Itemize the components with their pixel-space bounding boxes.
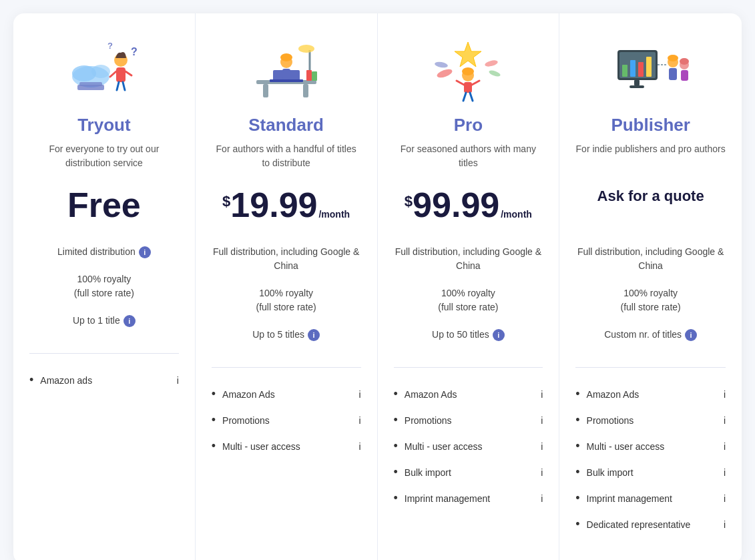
feature-line: Limited distributioni (29, 238, 179, 266)
svg-rect-19 (312, 71, 317, 81)
feature-label: Amazon Ads (587, 389, 724, 400)
svg-line-7 (110, 71, 116, 77)
info-icon[interactable]: i (541, 441, 543, 452)
list-item: Bulk importi (575, 459, 726, 485)
info-icon[interactable]: i (541, 467, 543, 478)
feature-line: 100% royalty (full store rate) (575, 280, 726, 321)
info-icon[interactable]: i (139, 246, 151, 258)
info-icon[interactable]: i (724, 389, 726, 400)
plan-col-standard: StandardFor authors with a handful of ti… (196, 13, 378, 560)
svg-line-35 (472, 81, 479, 85)
info-icon[interactable]: i (177, 375, 179, 386)
feature-label: Imprint management (405, 493, 541, 504)
plan-price-publisher: Ask for a quote (597, 188, 704, 224)
info-icon[interactable]: i (685, 329, 697, 341)
list-item: Multi - user accessi (394, 433, 543, 459)
list-item: Promotionsi (575, 407, 726, 433)
svg-rect-45 (634, 80, 640, 85)
svg-rect-41 (622, 65, 627, 77)
feature-label: Multi - user access (405, 441, 541, 452)
info-icon[interactable]: i (358, 415, 360, 426)
list-item: Promotionsi (394, 407, 543, 433)
feature-label: Bulk import (587, 467, 724, 478)
info-icon[interactable]: i (541, 493, 543, 504)
svg-rect-42 (630, 60, 636, 77)
feature-label: Promotions (587, 415, 724, 426)
info-icon[interactable]: i (541, 389, 543, 400)
svg-rect-46 (630, 85, 644, 88)
plan-name-standard: Standard (248, 115, 324, 135)
feature-line: Up to 50 titlesi (394, 321, 543, 348)
feature-line: Custom nr. of titlesi (575, 321, 726, 348)
svg-rect-4 (79, 82, 102, 86)
svg-point-52 (680, 58, 689, 65)
plan-desc-publisher: For indie publishers and pro authors (576, 142, 726, 173)
section-divider (29, 353, 179, 354)
info-icon[interactable]: i (493, 329, 505, 341)
features-list-pro: Amazon AdsiPromotionsiMulti - user acces… (394, 381, 543, 511)
plan-col-pro: ProFor seasoned authors with many titles… (378, 13, 560, 560)
features-list-tryout: Amazon adsi (29, 367, 179, 393)
info-icon[interactable]: i (724, 441, 726, 452)
illustration-tryout: ? ? (61, 33, 148, 107)
list-item: Amazon Adsi (394, 381, 543, 407)
plan-col-tryout: ? ? TryoutFor everyone to try out our di… (13, 13, 196, 560)
feature-line: 100% royalty (full store rate) (394, 280, 543, 321)
svg-rect-33 (464, 82, 472, 93)
svg-point-31 (489, 69, 501, 78)
svg-rect-15 (303, 84, 308, 97)
section-divider (212, 367, 361, 368)
svg-line-34 (457, 81, 464, 85)
price-period: /month (501, 209, 532, 220)
list-item: Multi - user accessi (575, 433, 726, 459)
svg-line-37 (470, 93, 473, 101)
info-icon[interactable]: i (358, 441, 360, 452)
features-top-tryout: Limited distributioni100% royalty (full … (29, 238, 179, 334)
list-item: Imprint managementi (394, 485, 543, 511)
info-icon[interactable]: i (724, 493, 726, 504)
features-top-standard: Full distribution, including Google & Ch… (212, 238, 361, 348)
svg-rect-14 (263, 84, 268, 97)
feature-line: Full distribution, including Google & Ch… (212, 238, 361, 280)
price-amount: 99.99 (413, 188, 499, 222)
svg-point-49 (668, 55, 678, 61)
svg-point-24 (280, 53, 292, 61)
svg-rect-43 (638, 62, 644, 77)
list-item: Bulk importi (394, 459, 543, 485)
svg-rect-18 (306, 70, 312, 81)
feature-label: Amazon Ads (405, 389, 541, 400)
svg-rect-44 (646, 57, 652, 77)
feature-line: 100% royalty (full store rate) (212, 280, 361, 321)
svg-line-8 (125, 71, 132, 75)
info-icon[interactable]: i (308, 329, 320, 341)
pricing-grid: ? ? TryoutFor everyone to try out our di… (13, 13, 742, 560)
list-item: Amazon adsi (29, 367, 179, 393)
svg-point-29 (435, 61, 449, 68)
info-icon[interactable]: i (358, 389, 360, 400)
price-free-label: Free (67, 188, 141, 222)
list-item: Promotionsi (212, 407, 361, 433)
svg-point-21 (298, 45, 314, 53)
svg-rect-48 (669, 68, 677, 80)
price-period: /month (318, 209, 350, 220)
svg-marker-27 (455, 42, 481, 67)
info-icon[interactable]: i (724, 415, 726, 426)
svg-line-36 (463, 93, 466, 101)
illustration-publisher (607, 33, 694, 107)
plan-name-pro: Pro (454, 115, 483, 135)
info-icon[interactable]: i (724, 519, 726, 530)
plan-col-publisher: PublisherFor indie publishers and pro au… (559, 13, 742, 560)
info-icon[interactable]: i (724, 467, 726, 478)
svg-text:?: ? (131, 46, 138, 57)
plan-price-tryout: Free (67, 188, 141, 224)
info-icon[interactable]: i (123, 315, 136, 327)
feature-label: Bulk import (405, 467, 541, 478)
plan-name-tryout: Tryout (77, 115, 130, 135)
feature-line: Up to 5 titlesi (212, 321, 361, 348)
plan-price-standard: $19.99/month (222, 188, 350, 224)
feature-label: Dedicated representative (587, 519, 724, 530)
feature-line: 100% royalty (full store rate) (29, 266, 179, 307)
feature-label: Amazon ads (40, 375, 176, 386)
section-divider (575, 367, 726, 368)
info-icon[interactable]: i (541, 415, 543, 426)
